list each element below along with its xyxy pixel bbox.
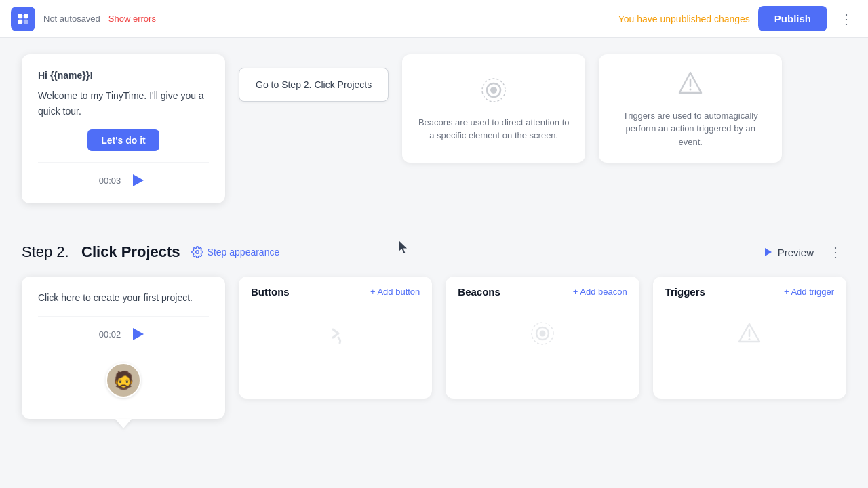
avatar-area: 🧔 [38,354,209,398]
publish-button[interactable]: Publish [758,6,827,31]
button-placeholder-icon [319,317,352,352]
buttons-section-body [239,304,432,372]
step2-title: Step 2. Click Projects [22,243,180,261]
svg-point-17 [749,338,751,340]
step2-footer: 00:02 [38,316,209,344]
play-icon [133,174,144,186]
preview-play-icon [762,246,774,258]
beacons-section-body [446,304,639,372]
step2-actions: Preview ⋮ [762,241,846,263]
beacon-placeholder-icon [528,319,557,351]
svg-point-5 [490,87,497,94]
avatar: 🧔 [106,363,141,398]
topbar: Not autosaved Show errors You have unpub… [0,0,868,38]
step2-name: Click Projects [81,243,180,260]
svg-rect-0 [18,14,23,18]
step1-cta-button[interactable]: Let's do it [87,129,159,151]
beacons-section-header: Beacons + Add beacon [446,277,639,304]
step1-tooltip-card: Hi {{name}}! Welcome to my TinyTime. I'l… [22,54,225,203]
add-beacon-link[interactable]: + Add beacon [573,287,627,297]
app-logo [11,7,35,31]
step1-go-button[interactable]: Go to Step 2. Click Projects [239,68,389,102]
topbar-more-menu[interactable]: ⋮ [835,8,857,30]
buttons-section-title: Buttons [251,286,290,298]
step2-timer: 00:02 [99,329,121,340]
step1-timer: 00:03 [99,176,121,186]
step2-tooltip-body: Click here to create your first project. [38,290,209,305]
svg-marker-11 [765,248,772,256]
beacon-icon [479,75,509,108]
step1-buttons-column: Go to Step 2. Click Projects [239,68,389,102]
step-appearance-label: Step appearance [208,247,280,258]
add-button-link[interactable]: + Add button [370,287,420,297]
beacons-section-card: Beacons + Add beacon [446,277,639,399]
step1-greeting: Hi {{name}}! [38,68,209,83]
step-divider [22,220,846,241]
beacons-section-title: Beacons [458,286,500,298]
svg-point-10 [195,251,199,254]
buttons-section-card: Buttons + Add button [239,277,432,399]
step2-header: Step 2. Click Projects Step appearance P… [22,241,846,263]
triggers-section-title: Triggers [665,286,705,298]
triggers-section-body [653,304,846,372]
triggers-section-card: Triggers + Add trigger [653,277,846,399]
step1-tooltip-body: Hi {{name}}! Welcome to my TinyTime. I'l… [38,68,209,119]
step1-welcome-text: Welcome to my TinyTime. I'll give you a … [38,88,209,119]
buttons-section-header: Buttons + Add button [239,277,432,304]
step1-footer: 00:03 [38,162,209,190]
step2-number: Step 2. [22,243,69,260]
step1-area: Hi {{name}}! Welcome to my TinyTime. I'l… [22,54,846,203]
step1-trigger-card: Triggers are used to automagically perfo… [599,54,782,163]
svg-rect-3 [24,19,28,24]
preview-label: Preview [778,247,814,258]
svg-rect-1 [24,14,28,18]
autosave-status: Not autosaved [43,14,100,24]
play-icon-2 [133,328,144,340]
svg-rect-2 [18,19,23,24]
step2-more-menu[interactable]: ⋮ [825,241,846,263]
trigger-placeholder-icon [734,319,764,351]
svg-point-13 [539,331,545,337]
trigger-description: Triggers are used to automagically perfo… [612,109,768,149]
svg-point-9 [690,88,692,90]
step1-beacon-card: Beacons are used to direct attention to … [402,54,585,163]
step1-play-button[interactable] [129,171,148,190]
step-appearance-link[interactable]: Step appearance [191,246,280,258]
add-trigger-link[interactable]: + Add trigger [784,287,834,297]
step2-tooltip-card: Click here to create your first project.… [22,277,225,419]
step2-content: Click here to create your first project.… [22,277,846,419]
step2-preview-button[interactable]: Preview [762,246,814,258]
show-errors-link[interactable]: Show errors [108,14,156,24]
step2-play-button[interactable] [129,325,148,344]
gear-icon [191,246,203,258]
tooltip-tail [115,419,132,428]
unpublished-notice: You have unpublished changes [618,14,750,24]
beacon-description: Beacons are used to direct attention to … [416,116,572,142]
main-content: Hi {{name}}! Welcome to my TinyTime. I'l… [0,38,868,488]
trigger-icon [675,68,705,101]
triggers-section-header: Triggers + Add trigger [653,277,846,304]
